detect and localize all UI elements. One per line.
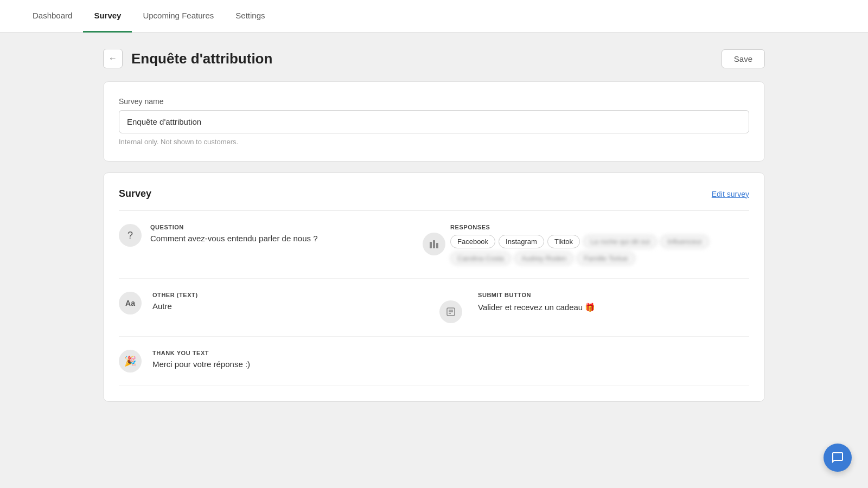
thank-you-text: Merci pour votre réponse :) (152, 358, 749, 370)
submit-label: SUBMIT BUTTON (478, 292, 749, 298)
tag-facebook: Facebook (450, 235, 495, 248)
thank-you-icon: 🎉 (119, 350, 142, 373)
svg-rect-2 (436, 243, 438, 248)
page-header-left: ← Enquête d'attribution (103, 49, 272, 68)
submit-text: Valider et recevez un cadeau 🎁 (478, 303, 749, 312)
submit-section: SUBMIT BUTTON Valider et recevez un cade… (478, 292, 749, 312)
question-icon-symbol: ? (127, 230, 133, 241)
svg-rect-0 (430, 242, 432, 248)
back-button[interactable]: ← (103, 49, 123, 68)
question-middle-icon (418, 224, 450, 255)
other-middle (435, 292, 467, 323)
survey-name-label: Survey name (119, 97, 749, 106)
survey-items: ? QUESTION Comment avez-vous entendu par… (119, 210, 749, 386)
tag-carolina-costa: Carolina Costa (450, 252, 511, 265)
other-type-label: OTHER (TEXT) (152, 292, 424, 298)
question-left: ? QUESTION Comment avez-vous entendu par… (119, 224, 418, 247)
survey-name-hint: Internal only. Not shown to customers. (119, 138, 749, 146)
question-content: QUESTION Comment avez-vous entendu parle… (150, 224, 418, 244)
other-icon-right (439, 300, 462, 323)
question-text: Comment avez-vous entendu parler de nous… (150, 233, 418, 244)
question-type-label: QUESTION (150, 224, 418, 230)
survey-name-card: Survey name Internal only. Not shown to … (103, 81, 765, 162)
top-navigation: Dashboard Survey Upcoming Features Setti… (0, 0, 868, 33)
thank-you-content: THANK YOU TEXT Merci pour votre réponse … (152, 350, 749, 370)
svg-rect-1 (433, 240, 435, 248)
other-row: Aa OTHER (TEXT) Autre (119, 279, 749, 337)
responses-section: RESPONSES Facebook Instagram Tiktok La r… (450, 224, 749, 265)
chat-button[interactable] (824, 444, 852, 472)
response-tags: Facebook Instagram Tiktok La roche qui d… (450, 235, 749, 265)
nav-settings[interactable]: Settings (225, 0, 276, 33)
page-header: ← Enquête d'attribution Save (103, 49, 765, 68)
thank-you-type-label: THANK YOU TEXT (152, 350, 749, 356)
tag-instagram: Instagram (499, 235, 544, 248)
responses-label: RESPONSES (450, 224, 749, 230)
page-title: Enquête d'attribution (131, 50, 272, 67)
nav-upcoming-features[interactable]: Upcoming Features (132, 0, 225, 33)
section-header: Survey Edit survey (119, 188, 749, 200)
tag-tiktok: Tiktok (547, 235, 580, 248)
section-title: Survey (119, 188, 151, 200)
other-text-symbol: Aa (125, 299, 135, 307)
other-text-icon: Aa (119, 292, 142, 314)
question-icon: ? (119, 224, 142, 247)
survey-section-card: Survey Edit survey ? QUESTION Comment av… (103, 172, 765, 402)
other-text: Autre (152, 300, 424, 312)
save-button[interactable]: Save (722, 49, 765, 68)
thank-you-symbol: 🎉 (124, 355, 136, 367)
tag-famille-tortue: Famille Tortue (577, 252, 635, 265)
question-row: ? QUESTION Comment avez-vous entendu par… (119, 211, 749, 279)
main-content: ← Enquête d'attribution Save Survey name… (81, 33, 787, 429)
thank-you-row: 🎉 THANK YOU TEXT Merci pour votre répons… (119, 337, 749, 386)
tag-audrey-roden: Audrey Roden (514, 252, 573, 265)
nav-dashboard[interactable]: Dashboard (22, 0, 83, 33)
responses-chart-icon (423, 233, 445, 255)
submit-emoji: 🎁 (585, 303, 595, 312)
nav-survey[interactable]: Survey (83, 0, 132, 33)
tag-la-roche: La roche qui dit oui (583, 235, 657, 248)
survey-name-input[interactable] (119, 110, 749, 133)
other-content: OTHER (TEXT) Autre (152, 292, 424, 312)
tag-influenceur: Influenceur (660, 235, 709, 248)
edit-survey-link[interactable]: Edit survey (712, 190, 749, 198)
